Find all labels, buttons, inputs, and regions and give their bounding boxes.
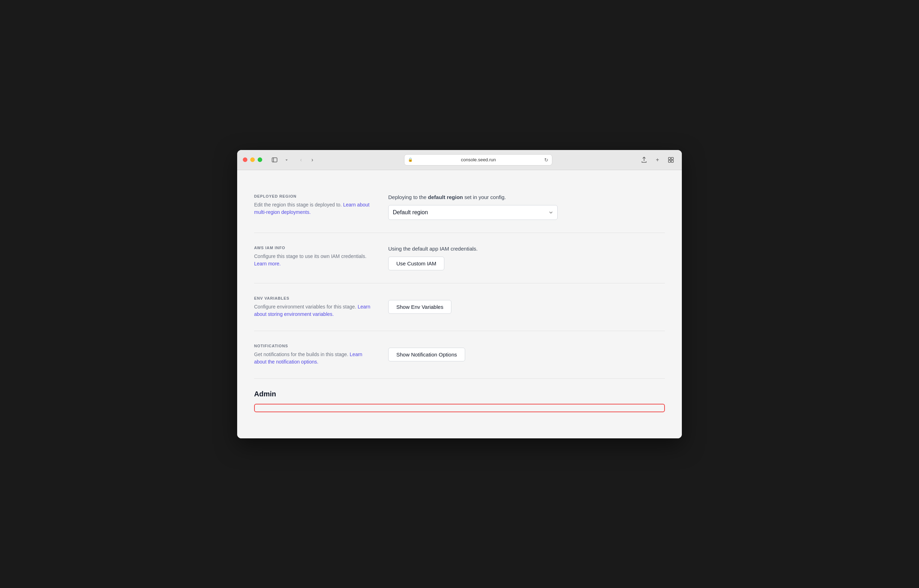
svg-rect-5 — [671, 160, 674, 162]
deployed-region-label: DEPLOYED REGION — [254, 194, 374, 198]
show-notification-options-button[interactable]: Show Notification Options — [388, 348, 465, 362]
reload-button[interactable]: ↻ — [544, 157, 548, 163]
deployed-region-section: DEPLOYED REGION Edit the region this sta… — [254, 181, 665, 233]
sidebar-toggle-button[interactable] — [269, 156, 280, 164]
use-custom-iam-button[interactable]: Use Custom IAM — [388, 257, 444, 270]
status-bold: default region — [428, 194, 463, 200]
back-button[interactable]: ‹ — [296, 155, 306, 165]
deployed-region-right: Deploying to the default region set in y… — [388, 194, 665, 220]
traffic-light-green[interactable] — [258, 157, 262, 162]
aws-iam-right: Using the default app IAM credentials. U… — [388, 246, 665, 270]
show-env-variables-button[interactable]: Show Env Variables — [388, 300, 451, 314]
aws-iam-desc-text: Configure this stage to use its own IAM … — [254, 254, 366, 259]
svg-rect-0 — [272, 158, 277, 162]
browser-window: ‹ › 🔒 console.seed.run ↻ + — [237, 150, 682, 438]
svg-rect-3 — [671, 157, 674, 160]
lock-icon: 🔒 — [408, 157, 413, 162]
aws-iam-left: AWS IAM INFO Configure this stage to use… — [254, 246, 374, 270]
env-variables-desc-text: Configure environment variables for this… — [254, 304, 356, 310]
traffic-light-red[interactable] — [243, 157, 247, 162]
status-suffix: set in your config. — [463, 194, 506, 200]
notifications-section: NOTIFICATIONS Get notifications for the … — [254, 331, 665, 379]
aws-iam-learn-link[interactable]: Learn more. — [254, 261, 281, 267]
traffic-lights — [243, 157, 262, 162]
env-variables-description: Configure environment variables for this… — [254, 303, 374, 318]
page-content: DEPLOYED REGION Edit the region this sta… — [237, 170, 682, 438]
url-text: console.seed.run — [415, 157, 542, 162]
traffic-light-yellow[interactable] — [250, 157, 255, 162]
env-variables-right: Show Env Variables — [388, 296, 665, 318]
notifications-right: Show Notification Options — [388, 344, 665, 366]
env-variables-left: ENV VARIABLES Configure environment vari… — [254, 296, 374, 318]
deployed-region-description: Edit the region this stage is deployed t… — [254, 201, 374, 216]
admin-title: Admin — [254, 390, 665, 398]
admin-box — [254, 404, 665, 412]
aws-iam-status: Using the default app IAM credentials. — [388, 246, 665, 252]
notifications-description: Get notifications for the builds in this… — [254, 351, 374, 366]
env-variables-label: ENV VARIABLES — [254, 296, 374, 300]
browser-chrome: ‹ › 🔒 console.seed.run ↻ + — [237, 150, 682, 170]
aws-iam-section: AWS IAM INFO Configure this stage to use… — [254, 233, 665, 283]
notifications-label: NOTIFICATIONS — [254, 344, 374, 348]
env-variables-section: ENV VARIABLES Configure environment vari… — [254, 283, 665, 331]
new-tab-button[interactable]: + — [652, 155, 663, 165]
region-select-wrapper: Default region us-east-1 us-west-2 eu-we… — [388, 205, 557, 220]
notifications-left: NOTIFICATIONS Get notifications for the … — [254, 344, 374, 366]
deployed-region-left: DEPLOYED REGION Edit the region this sta… — [254, 194, 374, 220]
share-button[interactable] — [639, 155, 649, 165]
svg-rect-2 — [669, 157, 670, 160]
status-prefix: Deploying to the — [388, 194, 428, 200]
region-select[interactable]: Default region us-east-1 us-west-2 eu-we… — [388, 205, 557, 220]
address-bar[interactable]: 🔒 console.seed.run ↻ — [404, 154, 552, 166]
nav-buttons: ‹ › — [296, 155, 317, 165]
window-controls — [269, 156, 292, 164]
admin-section: Admin — [254, 379, 665, 412]
forward-button[interactable]: › — [307, 155, 317, 165]
tabs-button[interactable] — [665, 155, 676, 165]
aws-iam-description: Configure this stage to use its own IAM … — [254, 253, 374, 268]
deployed-region-status: Deploying to the default region set in y… — [388, 194, 665, 200]
sidebar-chevron-button[interactable] — [281, 156, 292, 164]
svg-rect-4 — [669, 160, 670, 162]
aws-iam-label: AWS IAM INFO — [254, 246, 374, 250]
address-bar-container: 🔒 console.seed.run ↻ — [321, 154, 635, 166]
notifications-desc-text: Get notifications for the builds in this… — [254, 352, 348, 357]
deployed-region-desc-text: Edit the region this stage is deployed t… — [254, 202, 342, 208]
toolbar-right: + — [639, 155, 676, 165]
